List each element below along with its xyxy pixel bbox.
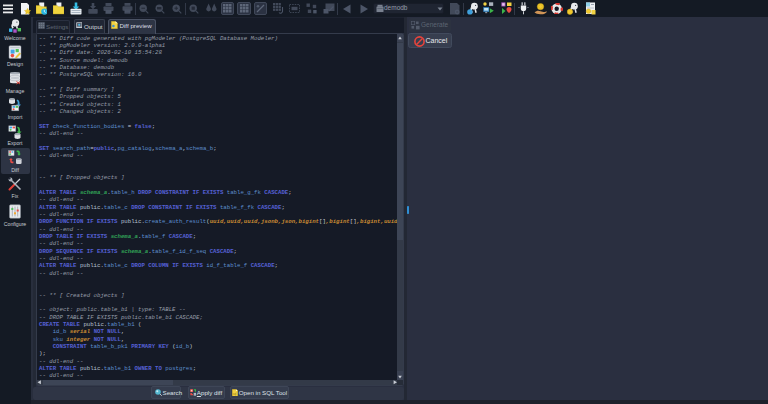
svg-text:sql: sql: [233, 391, 237, 395]
